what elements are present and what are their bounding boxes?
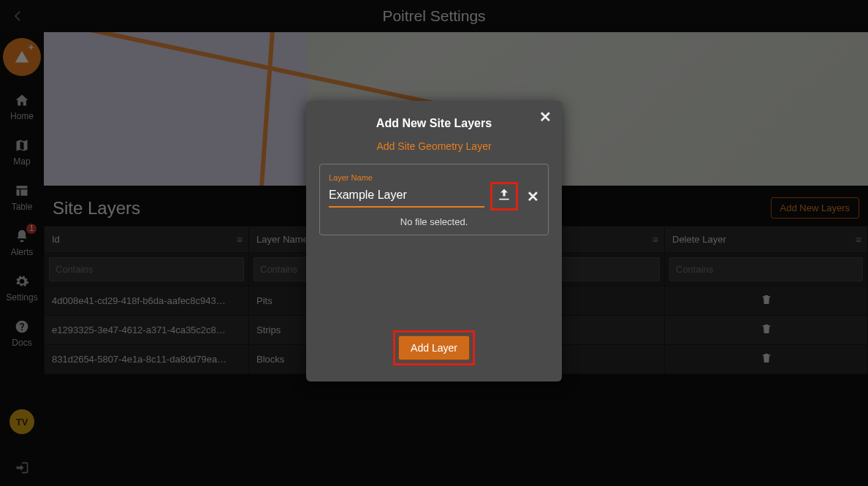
remove-layer-row-button[interactable]: ✕ [527,188,539,205]
upload-icon [497,187,511,202]
add-geometry-layer-link[interactable]: Add Site Geometry Layer [319,140,549,152]
modal-title: Add New Site Layers [319,117,549,130]
upload-button[interactable] [497,187,511,205]
close-modal-button[interactable]: ✕ [539,108,552,126]
add-layers-modal: ✕ Add New Site Layers Add Site Geometry … [306,101,562,381]
layer-entry-box: Layer Name ✕ No file selected. [319,164,549,235]
add-layer-highlight: Add Layer [393,330,475,365]
layer-name-input[interactable] [329,186,484,208]
layer-name-label: Layer Name [329,173,539,182]
add-layer-button[interactable]: Add Layer [398,335,470,360]
file-status: No file selected. [329,216,539,227]
upload-highlight [490,182,518,210]
